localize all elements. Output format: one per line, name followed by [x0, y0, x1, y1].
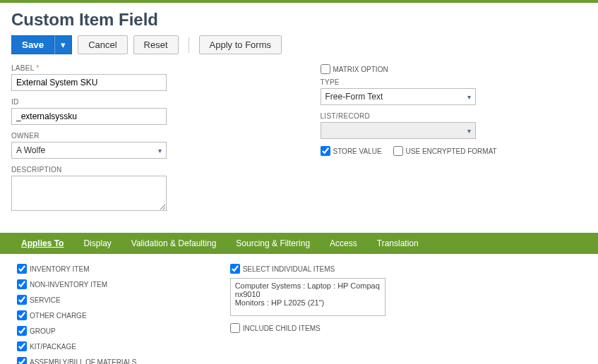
id-input[interactable] — [11, 108, 167, 125]
button-divider — [189, 37, 189, 53]
tab-validation-defaulting[interactable]: Validation & Defaulting — [121, 233, 227, 254]
left-column: LABEL * ID OWNER A Wolfe ▾ DESCRIPTION — [11, 64, 278, 220]
chevron-down-icon: ▾ — [61, 40, 66, 50]
chevron-down-icon: ▾ — [467, 93, 471, 101]
select-individual-items-checkbox[interactable] — [230, 264, 240, 274]
list-item: ASSEMBLY/BILL OF MATERIALS — [17, 357, 174, 364]
type-select-value: Free-Form Text — [325, 92, 383, 102]
include-child-items-label: INCLUDE CHILD ITEMS — [243, 324, 321, 332]
checklist-label: KIT/PACKAGE — [30, 343, 76, 351]
tab-applies-to[interactable]: Applies To — [11, 233, 73, 254]
owner-field-label: OWNER — [11, 132, 278, 140]
list-item: OTHER CHARGE — [17, 310, 174, 320]
tabs-bar: Applies To Display Validation & Defaulti… — [0, 233, 598, 254]
tab-sourcing-filtering[interactable]: Sourcing & Filtering — [226, 233, 320, 254]
use-encrypted-checkbox[interactable] — [393, 146, 403, 156]
checklist-label: OTHER CHARGE — [30, 312, 87, 320]
cancel-button[interactable]: Cancel — [78, 35, 127, 54]
checklist-label: INVENTORY ITEM — [30, 265, 89, 273]
owner-select-value: A Wolfe — [16, 145, 45, 155]
id-field-label: ID — [11, 98, 278, 106]
individual-items-textarea[interactable]: Computer Systems : Laptop : HP Compaq nx… — [230, 278, 385, 316]
save-button-group: Save ▾ — [11, 35, 72, 54]
assembly-bom-checkbox[interactable] — [17, 357, 27, 364]
save-dropdown-toggle[interactable]: ▾ — [54, 35, 72, 54]
store-value-checkbox[interactable] — [321, 146, 330, 156]
form-area: LABEL * ID OWNER A Wolfe ▾ DESCRIPTION M… — [0, 64, 598, 220]
use-encrypted-label: USE ENCRYPTED FORMAT — [406, 147, 497, 155]
other-charge-checkbox[interactable] — [17, 310, 27, 320]
owner-select[interactable]: A Wolfe ▾ — [11, 142, 167, 159]
chevron-down-icon: ▾ — [467, 127, 471, 135]
select-individual-items-label: SELECT INDIVIDUAL ITEMS — [243, 265, 335, 273]
save-button[interactable]: Save — [11, 35, 54, 54]
service-checkbox[interactable] — [17, 295, 27, 305]
reset-button[interactable]: Reset — [133, 35, 179, 54]
inventory-item-checkbox[interactable] — [17, 264, 27, 274]
checklist-label: GROUP — [30, 327, 56, 335]
description-field-label: DESCRIPTION — [11, 166, 278, 174]
type-field-label: TYPE — [321, 78, 587, 86]
label-input[interactable] — [11, 74, 167, 91]
list-item: KIT/PACKAGE — [17, 341, 174, 351]
tab-body-applies-to: INVENTORY ITEM NON-INVENTORY ITEM SERVIC… — [0, 254, 598, 364]
checklist-label: ASSEMBLY/BILL OF MATERIALS — [30, 358, 137, 365]
checklist-label: NON-INVENTORY ITEM — [30, 281, 107, 289]
list-item: SERVICE — [17, 295, 174, 305]
individual-items-section: SELECT INDIVIDUAL ITEMS Computer Systems… — [230, 264, 385, 364]
tab-display[interactable]: Display — [73, 233, 121, 254]
checklist-label: SERVICE — [30, 296, 61, 304]
label-field-label: LABEL * — [11, 64, 278, 72]
list-item: INVENTORY ITEM — [17, 264, 174, 274]
chevron-down-icon: ▾ — [158, 147, 162, 154]
required-asterisk: * — [36, 64, 39, 72]
matrix-option-label: MATRIX OPTION — [333, 66, 388, 73]
type-select[interactable]: Free-Form Text ▾ — [321, 88, 476, 105]
description-textarea[interactable] — [11, 176, 167, 211]
apply-to-forms-button[interactable]: Apply to Forms — [199, 35, 282, 54]
action-buttons-row: Save ▾ Cancel Reset Apply to Forms — [0, 35, 598, 64]
matrix-option-checkbox[interactable] — [321, 64, 330, 74]
applies-to-checklist: INVENTORY ITEM NON-INVENTORY ITEM SERVIC… — [17, 264, 174, 364]
store-value-label: STORE VALUE — [333, 147, 382, 155]
tab-access[interactable]: Access — [320, 233, 367, 254]
list-record-field-label: LIST/RECORD — [321, 112, 587, 120]
include-child-items-checkbox[interactable] — [230, 323, 240, 333]
tab-translation[interactable]: Translation — [367, 233, 429, 254]
list-item: GROUP — [17, 326, 174, 336]
page-title: Custom Item Field — [0, 3, 598, 35]
list-record-select[interactable]: ▾ — [321, 122, 476, 139]
group-checkbox[interactable] — [17, 326, 27, 336]
right-column: MATRIX OPTION TYPE Free-Form Text ▾ LIST… — [321, 64, 587, 220]
list-item: NON-INVENTORY ITEM — [17, 279, 174, 289]
kit-package-checkbox[interactable] — [17, 341, 27, 351]
non-inventory-item-checkbox[interactable] — [17, 279, 27, 289]
